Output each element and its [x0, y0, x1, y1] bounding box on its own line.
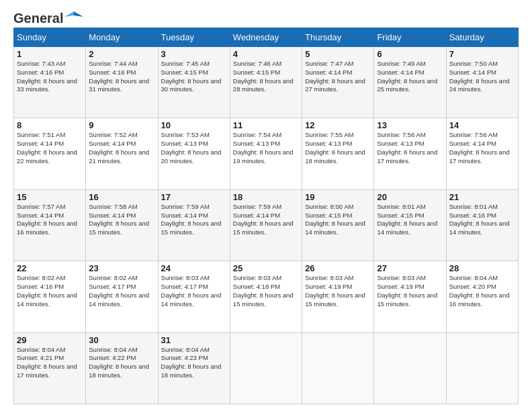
calendar-cell: 14Sunrise: 7:56 AMSunset: 4:14 PMDayligh…: [446, 118, 518, 189]
calendar-cell: 13Sunrise: 7:56 AMSunset: 4:13 PMDayligh…: [374, 118, 446, 189]
calendar-cell: 21Sunrise: 8:01 AMSunset: 4:16 PMDayligh…: [446, 189, 518, 261]
day-number: 13: [377, 120, 443, 130]
day-number: 19: [305, 192, 371, 202]
svg-marker-1: [64, 11, 74, 17]
calendar-cell: 24Sunrise: 8:03 AMSunset: 4:17 PMDayligh…: [158, 261, 230, 332]
day-number: 29: [17, 335, 83, 345]
calendar-cell: 27Sunrise: 8:03 AMSunset: 4:19 PMDayligh…: [374, 261, 446, 332]
day-info: Sunrise: 7:53 AMSunset: 4:13 PMDaylight:…: [161, 131, 222, 164]
day-number: 14: [449, 120, 515, 130]
day-number: 17: [161, 192, 227, 202]
calendar-cell: 16Sunrise: 7:58 AMSunset: 4:14 PMDayligh…: [86, 189, 158, 261]
weekday-header: Friday: [374, 28, 446, 47]
day-number: 24: [161, 263, 227, 273]
day-info: Sunrise: 7:49 AMSunset: 4:14 PMDaylight:…: [377, 60, 437, 93]
day-info: Sunrise: 7:43 AMSunset: 4:16 PMDaylight:…: [17, 60, 77, 93]
header: General: [13, 11, 519, 22]
calendar-cell: 17Sunrise: 7:59 AMSunset: 4:14 PMDayligh…: [158, 189, 230, 261]
page: General SundayMondayTuesdayWednesdayThur…: [0, 0, 532, 411]
logo: General: [13, 11, 83, 22]
day-number: 30: [89, 335, 154, 345]
logo-general: General: [13, 11, 63, 26]
day-info: Sunrise: 8:02 AMSunset: 4:16 PMDaylight:…: [17, 274, 77, 307]
day-number: 5: [305, 49, 371, 59]
calendar-cell: 19Sunrise: 8:00 AMSunset: 4:15 PMDayligh…: [302, 189, 374, 261]
day-info: Sunrise: 8:02 AMSunset: 4:17 PMDaylight:…: [89, 274, 149, 307]
calendar-cell: 4Sunrise: 7:46 AMSunset: 4:15 PMDaylight…: [230, 47, 302, 118]
calendar-cell: 11Sunrise: 7:54 AMSunset: 4:13 PMDayligh…: [230, 118, 302, 189]
day-info: Sunrise: 7:59 AMSunset: 4:14 PMDaylight:…: [233, 203, 294, 236]
day-info: Sunrise: 7:52 AMSunset: 4:14 PMDaylight:…: [89, 131, 149, 164]
day-number: 9: [89, 120, 154, 130]
calendar-cell: 20Sunrise: 8:01 AMSunset: 4:15 PMDayligh…: [374, 189, 446, 261]
calendar-cell: 8Sunrise: 7:51 AMSunset: 4:14 PMDaylight…: [14, 118, 86, 189]
day-info: Sunrise: 7:47 AMSunset: 4:14 PMDaylight:…: [305, 60, 365, 93]
calendar-cell: 15Sunrise: 7:57 AMSunset: 4:14 PMDayligh…: [14, 189, 86, 261]
day-info: Sunrise: 7:54 AMSunset: 4:13 PMDaylight:…: [233, 131, 294, 164]
day-info: Sunrise: 7:50 AMSunset: 4:14 PMDaylight:…: [449, 60, 510, 93]
weekday-header: Sunday: [14, 28, 86, 47]
day-info: Sunrise: 7:55 AMSunset: 4:13 PMDaylight:…: [305, 131, 365, 164]
day-info: Sunrise: 7:51 AMSunset: 4:14 PMDaylight:…: [17, 131, 77, 164]
calendar-cell: [230, 332, 302, 404]
svg-marker-0: [74, 11, 83, 17]
day-info: Sunrise: 8:01 AMSunset: 4:15 PMDaylight:…: [377, 203, 437, 236]
calendar-cell: 25Sunrise: 8:03 AMSunset: 4:18 PMDayligh…: [230, 261, 302, 332]
day-number: 8: [17, 120, 83, 130]
day-info: Sunrise: 7:58 AMSunset: 4:14 PMDaylight:…: [89, 203, 149, 236]
day-info: Sunrise: 8:00 AMSunset: 4:15 PMDaylight:…: [305, 203, 365, 236]
day-number: 15: [17, 192, 83, 202]
day-info: Sunrise: 8:03 AMSunset: 4:19 PMDaylight:…: [377, 274, 437, 307]
calendar-cell: 10Sunrise: 7:53 AMSunset: 4:13 PMDayligh…: [158, 118, 230, 189]
day-number: 6: [377, 49, 443, 59]
calendar-cell: 28Sunrise: 8:04 AMSunset: 4:20 PMDayligh…: [446, 261, 518, 332]
day-number: 27: [377, 263, 443, 273]
logo-bird-icon: [64, 10, 83, 25]
weekday-header: Saturday: [446, 28, 518, 47]
day-number: 4: [233, 49, 299, 59]
day-info: Sunrise: 8:03 AMSunset: 4:18 PMDaylight:…: [233, 274, 294, 307]
calendar-week-row: 29Sunrise: 8:04 AMSunset: 4:21 PMDayligh…: [14, 332, 519, 404]
day-info: Sunrise: 8:03 AMSunset: 4:17 PMDaylight:…: [161, 274, 222, 307]
day-info: Sunrise: 7:44 AMSunset: 4:16 PMDaylight:…: [89, 60, 149, 93]
day-number: 10: [161, 120, 227, 130]
day-number: 21: [449, 192, 515, 202]
day-number: 1: [17, 49, 83, 59]
calendar-cell: 23Sunrise: 8:02 AMSunset: 4:17 PMDayligh…: [86, 261, 158, 332]
calendar-cell: 2Sunrise: 7:44 AMSunset: 4:16 PMDaylight…: [86, 47, 158, 118]
calendar-table: SundayMondayTuesdayWednesdayThursdayFrid…: [13, 28, 519, 404]
calendar-week-row: 8Sunrise: 7:51 AMSunset: 4:14 PMDaylight…: [14, 118, 519, 189]
day-number: 16: [89, 192, 154, 202]
day-number: 18: [233, 192, 299, 202]
calendar-cell: 5Sunrise: 7:47 AMSunset: 4:14 PMDaylight…: [302, 47, 374, 118]
day-number: 28: [449, 263, 515, 273]
calendar-cell: 30Sunrise: 8:04 AMSunset: 4:22 PMDayligh…: [86, 332, 158, 404]
calendar-cell: 18Sunrise: 7:59 AMSunset: 4:14 PMDayligh…: [230, 189, 302, 261]
day-info: Sunrise: 8:01 AMSunset: 4:16 PMDaylight:…: [449, 203, 510, 236]
calendar-cell: 22Sunrise: 8:02 AMSunset: 4:16 PMDayligh…: [14, 261, 86, 332]
calendar-cell: 1Sunrise: 7:43 AMSunset: 4:16 PMDaylight…: [14, 47, 86, 118]
calendar-cell: 3Sunrise: 7:45 AMSunset: 4:15 PMDaylight…: [158, 47, 230, 118]
weekday-header-row: SundayMondayTuesdayWednesdayThursdayFrid…: [14, 28, 519, 47]
day-number: 31: [161, 335, 227, 345]
day-number: 26: [305, 263, 371, 273]
calendar-cell: 6Sunrise: 7:49 AMSunset: 4:14 PMDaylight…: [374, 47, 446, 118]
day-info: Sunrise: 7:45 AMSunset: 4:15 PMDaylight:…: [161, 60, 222, 93]
calendar-cell: 7Sunrise: 7:50 AMSunset: 4:14 PMDaylight…: [446, 47, 518, 118]
calendar-cell: [302, 332, 374, 404]
day-number: 20: [377, 192, 443, 202]
weekday-header: Tuesday: [158, 28, 230, 47]
day-number: 22: [17, 263, 83, 273]
weekday-header: Wednesday: [230, 28, 302, 47]
weekday-header: Thursday: [302, 28, 374, 47]
day-number: 11: [233, 120, 299, 130]
calendar-cell: 31Sunrise: 8:04 AMSunset: 4:23 PMDayligh…: [158, 332, 230, 404]
day-info: Sunrise: 8:04 AMSunset: 4:21 PMDaylight:…: [17, 346, 77, 379]
calendar-week-row: 15Sunrise: 7:57 AMSunset: 4:14 PMDayligh…: [14, 189, 519, 261]
day-info: Sunrise: 7:56 AMSunset: 4:14 PMDaylight:…: [449, 131, 510, 164]
calendar-cell: 12Sunrise: 7:55 AMSunset: 4:13 PMDayligh…: [302, 118, 374, 189]
day-number: 3: [161, 49, 227, 59]
day-number: 12: [305, 120, 371, 130]
day-number: 7: [449, 49, 515, 59]
day-info: Sunrise: 7:57 AMSunset: 4:14 PMDaylight:…: [17, 203, 77, 236]
